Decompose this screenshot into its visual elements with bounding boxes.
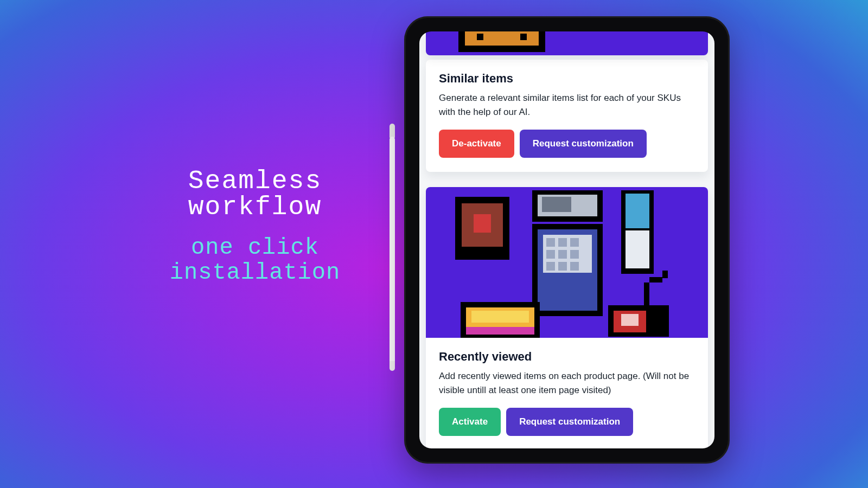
card-title: Similar items [439, 72, 695, 86]
card-similar-items: Similar items Generate a relevant simila… [426, 60, 708, 172]
request-customization-button[interactable]: Request customization [520, 130, 647, 158]
app-screen[interactable]: Similar items Generate a relevant simila… [419, 31, 714, 448]
card-actions: Activate Request customization [439, 408, 695, 436]
card-description: Add recently viewed items on each produc… [439, 369, 695, 397]
request-customization-button[interactable]: Request customization [506, 408, 633, 436]
headline-block: Seamless workflow one click installation [141, 168, 369, 285]
card-recently-viewed: Recently viewed Add recently viewed item… [426, 187, 708, 448]
headline-line-2: workflow [141, 194, 369, 220]
subheadline-line-1: one click [141, 235, 369, 260]
subheadline-line-2: installation [141, 260, 369, 285]
marketing-hero-background: Seamless workflow one click installation… [0, 0, 868, 488]
apple-pencil-icon [388, 116, 396, 371]
card-actions: De-activate Request customization [439, 130, 695, 158]
card-title: Recently viewed [439, 350, 695, 364]
tablet-frame: Similar items Generate a relevant simila… [404, 16, 730, 464]
card-description: Generate a relevant similar items list f… [439, 91, 695, 119]
activate-button[interactable]: Activate [439, 408, 501, 436]
headline-line-1: Seamless [141, 168, 369, 194]
card-hero-sliver [426, 31, 708, 55]
card-hero-image [426, 187, 708, 338]
deactivate-button[interactable]: De-activate [439, 130, 514, 158]
